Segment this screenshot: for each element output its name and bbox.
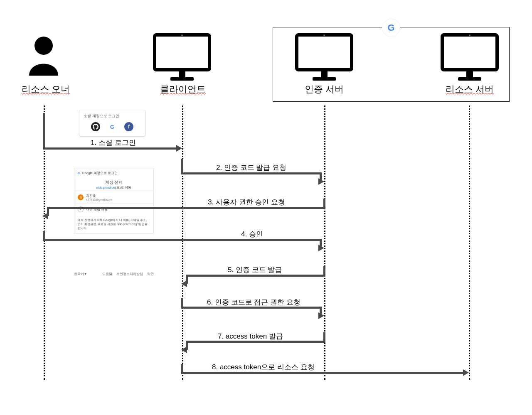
actor-resource-label: 리소스 서버 (436, 83, 503, 96)
gsel-user-name: 김진호 (86, 194, 112, 198)
arrow-1-head (176, 145, 182, 152)
google-g-icon: G (78, 171, 80, 175)
arrow-3 (49, 207, 325, 209)
arrow-6-seg (181, 298, 183, 307)
actor-auth-label: 인증 서버 (299, 83, 349, 96)
arrow-3-head (42, 213, 48, 219)
gsel-terms[interactable]: 약관 (147, 272, 154, 276)
facebook-icon[interactable]: f (124, 122, 133, 131)
arrow-3-seg (323, 199, 325, 208)
github-icon[interactable] (91, 122, 100, 131)
arrow-5-seg (323, 266, 325, 275)
gsel-header: Google 계정으로 로그인 (82, 171, 118, 175)
social-card-title: 소셜 계정으로 로그인 (84, 113, 141, 119)
gsel-privacy[interactable]: 개인정보처리방침 (116, 272, 143, 276)
lifeline-client (182, 106, 183, 380)
gsel-note: 계속 진행하기 위해 Google에서 내 이름, 이메일 주소, 언어 환경설… (74, 215, 153, 233)
person-icon (25, 34, 62, 77)
arrow-7-head (181, 346, 187, 353)
social-login-card: 소셜 계정으로 로그인 G f (79, 110, 145, 137)
step-1-label: 1. 소셜 로그인 (91, 138, 136, 147)
arrow-8 (181, 372, 464, 374)
step-5-label: 5. 인증 코드 발급 (228, 265, 282, 275)
arrow-2 (181, 172, 320, 174)
step-7-label: 7. access token 발급 (218, 332, 283, 341)
gsel-help[interactable]: 도움말 (102, 272, 112, 276)
lifeline-resource (469, 106, 470, 380)
gsel-subtitle: oidc-practice(으)로 이동 (74, 185, 153, 190)
step-8-label: 8. access token으로 리소스 요청 (212, 362, 315, 372)
step-6-label: 6. 인증 코드로 접근 권한 요청 (207, 297, 300, 307)
arrow-1 (43, 147, 177, 150)
arrow-4-head (318, 245, 324, 251)
google-logo-badge: G (382, 19, 400, 37)
step-3-label: 3. 사용자 권한 승인 요청 (208, 197, 285, 207)
monitor-icon (295, 33, 353, 81)
arrow-4 (43, 239, 320, 241)
gsel-title: 계정 선택 (74, 179, 153, 185)
arrow-5 (188, 275, 325, 277)
actor-owner-label: 리소스 오너 (17, 83, 75, 96)
step-4-label: 4. 승인 (241, 229, 263, 239)
gsel-account-row[interactable]: 김 김진호 k87913@gmail.com (74, 191, 153, 204)
arrow-7-seg (323, 332, 325, 341)
arrow-1-seg (43, 113, 45, 149)
actor-client-label: 클라이언트 (154, 83, 212, 96)
gsel-user-email: k87913@gmail.com (86, 198, 112, 201)
arrow-5-head (181, 280, 187, 287)
google-icon[interactable]: G (108, 122, 117, 131)
gsel-other-row[interactable]: + 다른 계정 사용 (74, 204, 153, 215)
avatar-icon: 김 (78, 194, 84, 200)
google-account-select-card: G Google 계정으로 로그인 계정 선택 oidc-practice(으)… (74, 168, 154, 234)
gsel-footer: 한국어 ▾ 도움말 개인정보처리방침 약관 (74, 272, 154, 276)
monitor-icon (153, 33, 211, 81)
arrow-8-head (463, 369, 469, 376)
arrow-2-head (318, 178, 324, 185)
step-2-label: 2. 인증 코드 발급 요청 (216, 163, 286, 172)
arrow-6-head (318, 312, 324, 319)
svg-point-0 (34, 37, 53, 55)
gsel-lang[interactable]: 한국어 ▾ (74, 272, 86, 276)
monitor-icon (441, 33, 499, 81)
